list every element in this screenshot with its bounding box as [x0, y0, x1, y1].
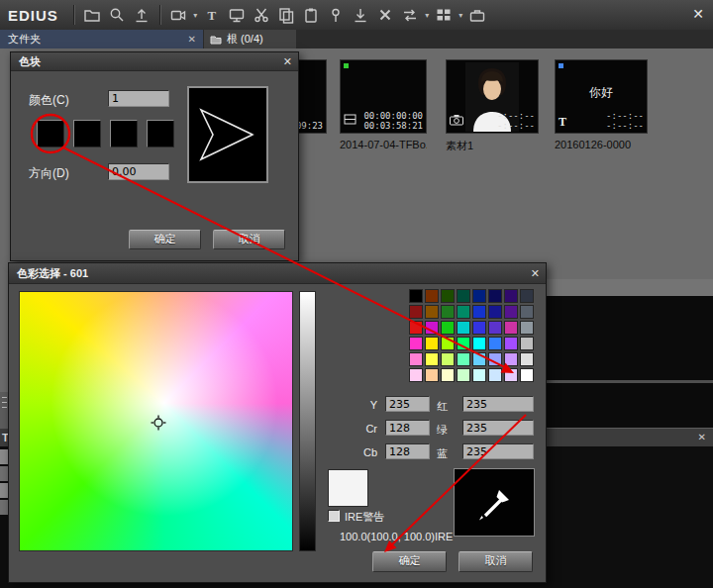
palette-swatch[interactable]	[472, 289, 486, 303]
capture-icon[interactable]	[166, 3, 191, 27]
window-close-button[interactable]: ✕	[687, 3, 709, 25]
palette-swatch[interactable]	[441, 337, 455, 350]
matte-color-swatch[interactable]	[147, 120, 174, 147]
picker-ok-button[interactable]: 确定	[372, 551, 447, 572]
palette-swatch[interactable]	[409, 337, 423, 350]
palette-swatch[interactable]	[441, 305, 455, 319]
palette-swatch[interactable]	[504, 305, 518, 319]
palette-swatch[interactable]	[472, 352, 486, 366]
palette-swatch[interactable]	[520, 289, 534, 303]
add-title-icon[interactable]: T	[200, 3, 225, 27]
luminance-slider[interactable]	[299, 291, 316, 551]
send-up-icon[interactable]	[130, 3, 154, 27]
red-input[interactable]	[462, 396, 534, 412]
clip-item[interactable]: 00:00:00:0000:03:58:21 2014-07-04-TFBo..…	[340, 59, 427, 150]
palette-swatch[interactable]	[457, 305, 470, 319]
palette-swatch[interactable]	[488, 352, 502, 366]
palette-swatch[interactable]	[520, 337, 534, 350]
swap-icon[interactable]	[398, 3, 423, 27]
dropdown-caret[interactable]	[423, 11, 432, 20]
matte-cancel-button[interactable]: 取消	[213, 230, 285, 249]
palette-swatch[interactable]	[472, 321, 486, 335]
clip-item[interactable]: -:--:---:--:-- 素材1	[446, 59, 539, 153]
palette-swatch[interactable]	[409, 368, 423, 382]
palette-swatch[interactable]	[488, 305, 502, 319]
palette-swatch[interactable]	[457, 352, 470, 366]
copy-icon[interactable]	[274, 3, 299, 27]
picker-cancel-button[interactable]: 取消	[458, 551, 533, 572]
delete-icon[interactable]	[373, 3, 398, 27]
palette-swatch[interactable]	[425, 305, 439, 319]
palette-swatch[interactable]	[409, 352, 423, 366]
palette-swatch[interactable]	[472, 305, 486, 319]
tab-root[interactable]: 根 (0/4)	[204, 30, 296, 49]
palette-swatch[interactable]	[520, 368, 534, 382]
background-window-close[interactable]: ✕	[698, 429, 706, 446]
picker-dialog-close[interactable]: ✕	[531, 263, 540, 283]
palette-swatch[interactable]	[472, 368, 486, 382]
palette-swatch[interactable]	[425, 368, 439, 382]
palette-swatch[interactable]	[504, 368, 518, 382]
monitor-icon[interactable]	[225, 3, 250, 27]
cut-icon[interactable]	[250, 3, 274, 27]
palette-swatch[interactable]	[488, 321, 502, 335]
matte-color-swatch[interactable]	[110, 120, 138, 147]
blue-input[interactable]	[462, 443, 534, 459]
search-icon[interactable]	[105, 3, 130, 27]
matte-dialog-close[interactable]: ✕	[283, 52, 292, 70]
y-input[interactable]	[385, 396, 430, 412]
palette-swatch[interactable]	[504, 352, 518, 366]
palette-swatch[interactable]	[488, 368, 502, 382]
palette-swatch[interactable]	[504, 321, 518, 335]
palette-swatch[interactable]	[520, 352, 534, 366]
matte-color-swatch[interactable]	[37, 120, 64, 147]
palette-swatch[interactable]	[472, 337, 486, 350]
palette-swatch[interactable]	[488, 337, 502, 350]
cb-input[interactable]	[385, 443, 430, 459]
palette-swatch[interactable]	[504, 289, 518, 303]
palette-swatch[interactable]	[425, 352, 439, 366]
palette-swatch[interactable]	[520, 321, 534, 335]
dropdown-caret[interactable]	[191, 11, 200, 20]
palette-swatch[interactable]	[457, 289, 470, 303]
dropdown-caret[interactable]	[457, 11, 465, 20]
palette-swatch[interactable]	[425, 337, 439, 350]
palette-swatch[interactable]	[488, 289, 502, 303]
palette-swatch[interactable]	[441, 289, 455, 303]
toolbar-separator	[159, 5, 161, 25]
layout-grid-icon[interactable]	[432, 3, 457, 27]
palette-swatch[interactable]	[425, 321, 439, 335]
palette-swatch[interactable]	[441, 352, 455, 366]
palette-swatch[interactable]	[425, 289, 439, 303]
palette-swatch[interactable]	[409, 305, 423, 319]
paste-icon[interactable]	[299, 3, 324, 27]
palette-swatch[interactable]	[409, 289, 423, 303]
palette-swatch[interactable]	[457, 368, 470, 382]
tab-folder[interactable]: 文件夹 ✕	[0, 30, 203, 49]
cr-input[interactable]	[385, 420, 430, 436]
palette-swatch[interactable]	[504, 337, 518, 350]
palette-swatch[interactable]	[457, 337, 470, 350]
eyedropper-button[interactable]	[454, 468, 535, 537]
matte-ok-button[interactable]: 确定	[129, 230, 201, 249]
palette-swatch[interactable]	[441, 368, 455, 382]
palette-swatch[interactable]	[520, 305, 534, 319]
matte-color-swatch[interactable]	[73, 120, 101, 147]
import-icon[interactable]	[349, 3, 373, 27]
hue-saturation-field[interactable]	[19, 291, 293, 551]
toolbox-icon[interactable]	[465, 3, 490, 27]
palette-swatch[interactable]	[409, 321, 423, 335]
matte-dialog-titlebar[interactable]: 色块 ✕	[11, 52, 298, 71]
palette-swatch[interactable]	[441, 321, 455, 335]
tab-close-icon[interactable]: ✕	[188, 30, 196, 49]
direction-input[interactable]	[108, 163, 169, 180]
palette-swatch[interactable]	[457, 321, 470, 335]
folder-icon[interactable]	[80, 3, 105, 27]
ire-warning-checkbox[interactable]	[328, 510, 340, 522]
green-input[interactable]	[462, 420, 534, 436]
pin-icon[interactable]	[324, 3, 349, 27]
picker-dialog-titlebar[interactable]: 色彩选择 - 601 ✕	[9, 263, 546, 284]
color-count-input[interactable]	[108, 90, 169, 107]
direction-arrow-icon	[189, 88, 266, 181]
clip-item[interactable]: 你好 T -:--:---:--:-- 20160126-0000	[555, 59, 648, 150]
